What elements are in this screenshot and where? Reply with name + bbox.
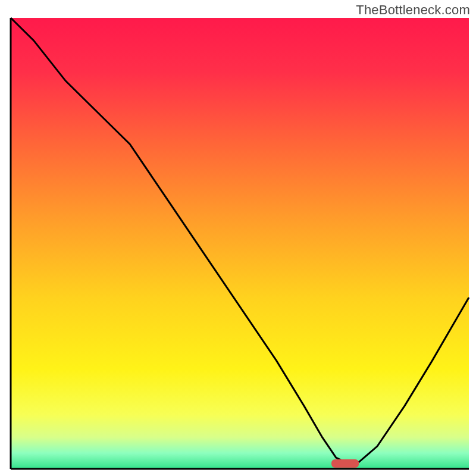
gradient-background — [11, 18, 469, 469]
optimal-marker — [331, 459, 359, 468]
plot-area — [11, 18, 469, 469]
chart-svg — [0, 0, 476, 476]
watermark-text: TheBottleneck.com — [356, 2, 470, 18]
chart-container: TheBottleneck.com — [0, 0, 476, 476]
